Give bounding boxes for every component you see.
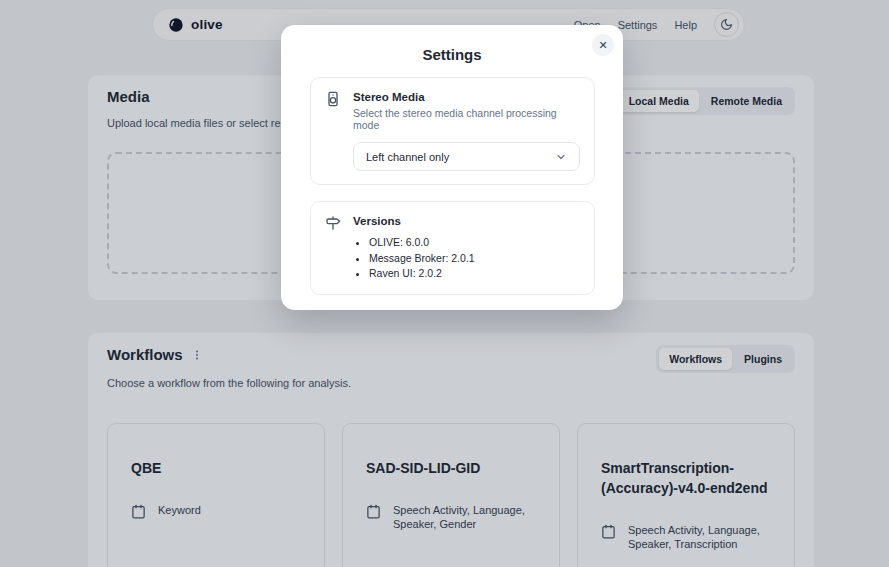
- versions-list: OLIVE: 6.0.0 Message Broker: 2.0.1 Raven…: [353, 236, 580, 281]
- milestone-icon: [325, 215, 341, 231]
- chevron-down-icon: [555, 151, 567, 163]
- stereo-channel-select[interactable]: Left channel only: [353, 142, 580, 171]
- version-item-message-broker: Message Broker: 2.0.1: [369, 252, 580, 266]
- speaker-icon: [325, 91, 341, 107]
- versions-title: Versions: [353, 215, 580, 227]
- stereo-media-description: Select the stereo media channel processi…: [353, 107, 580, 131]
- modal-title: Settings: [281, 46, 623, 63]
- versions-card: Versions OLIVE: 6.0.0 Message Broker: 2.…: [310, 201, 595, 295]
- settings-modal: ✕ Settings Stereo Media Select the stere…: [281, 25, 623, 310]
- stereo-media-card: Stereo Media Select the stereo media cha…: [310, 77, 595, 185]
- close-icon: ✕: [598, 40, 607, 51]
- version-item-olive: OLIVE: 6.0.0: [369, 236, 580, 250]
- version-item-raven-ui: Raven UI: 2.0.2: [369, 267, 580, 281]
- stereo-channel-selected-value: Left channel only: [366, 151, 449, 163]
- stereo-media-title: Stereo Media: [353, 91, 580, 103]
- modal-close-button[interactable]: ✕: [592, 34, 614, 56]
